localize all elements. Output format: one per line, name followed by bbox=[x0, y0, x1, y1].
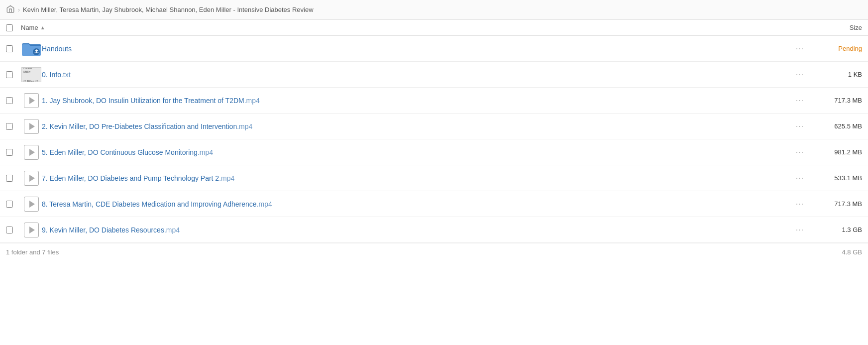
play-icon bbox=[24, 197, 39, 212]
row-checkbox-input[interactable] bbox=[6, 123, 13, 130]
play-icon bbox=[24, 171, 39, 186]
list-item: 9. Kevin Miller, DO Diabetes Resources.m… bbox=[0, 217, 868, 243]
more-options-icon[interactable]: ··· bbox=[796, 148, 804, 157]
file-size: 1 KB bbox=[812, 71, 862, 78]
size-column-header: Size bbox=[812, 24, 862, 31]
file-name-area: 0. Info.txt bbox=[42, 71, 787, 79]
file-name-area: 2. Kevin Miller, DO Pre-Diabetes Classif… bbox=[42, 122, 787, 130]
play-icon bbox=[24, 223, 39, 237]
play-icon bbox=[24, 93, 39, 108]
column-header-row: Name ▲ Size bbox=[0, 20, 868, 36]
play-icon bbox=[24, 145, 39, 160]
file-name-text[interactable]: 2. Kevin Miller, DO Pre-Diabetes Classif… bbox=[42, 122, 787, 130]
file-icon-area bbox=[21, 145, 42, 160]
breadcrumb-bar: › Kevin Miller, Teresa Martin, Jay Shubr… bbox=[0, 0, 868, 20]
file-name-area: 8. Teresa Martin, CDE Diabetes Medicatio… bbox=[42, 200, 787, 208]
file-name-text[interactable]: 7. Eden Miller, DO Diabetes and Pump Tec… bbox=[42, 174, 787, 182]
row-checkbox[interactable] bbox=[6, 201, 21, 208]
file-name-area: 9. Kevin Miller, DO Diabetes Resources.m… bbox=[42, 226, 787, 234]
file-size: 981.2 MB bbox=[812, 148, 862, 156]
file-actions-button[interactable]: ··· bbox=[787, 174, 812, 183]
sort-arrow-icon: ▲ bbox=[40, 25, 45, 30]
more-options-icon[interactable]: ··· bbox=[796, 96, 804, 105]
folder-icon bbox=[22, 41, 41, 56]
row-checkbox[interactable] bbox=[6, 123, 21, 130]
file-icon-area bbox=[21, 171, 42, 186]
home-icon[interactable] bbox=[6, 4, 15, 15]
file-size: 625.5 MB bbox=[812, 122, 862, 130]
row-checkbox[interactable] bbox=[6, 97, 21, 104]
list-item: 1. Jay Shubrook, DO Insulin Utilization … bbox=[0, 88, 868, 114]
file-actions-button[interactable]: ··· bbox=[787, 70, 812, 79]
file-actions-button[interactable]: ··· bbox=[787, 44, 812, 53]
more-options-icon[interactable]: ··· bbox=[796, 122, 804, 131]
file-icon-area bbox=[21, 41, 42, 56]
list-item: 7. Eden Miller, DO Diabetes and Pump Tec… bbox=[0, 165, 868, 191]
file-icon-area bbox=[21, 119, 42, 134]
row-checkbox[interactable] bbox=[6, 227, 21, 233]
file-name-text[interactable]: 9. Kevin Miller, DO Diabetes Resources.m… bbox=[42, 226, 787, 234]
row-checkbox-input[interactable] bbox=[6, 201, 13, 208]
breadcrumb-chevron: › bbox=[18, 6, 20, 13]
file-list: Handouts···Pending ** ProducKevin Mille*… bbox=[0, 36, 868, 243]
row-checkbox[interactable] bbox=[6, 175, 21, 182]
list-item: ** ProducKevin Mille** Files **1: miller… bbox=[0, 62, 868, 88]
row-checkbox-input[interactable] bbox=[6, 45, 13, 52]
file-name-area: 1. Jay Shubrook, DO Insulin Utilization … bbox=[42, 97, 787, 105]
file-icon-area bbox=[21, 93, 42, 108]
row-checkbox[interactable] bbox=[6, 71, 21, 78]
row-checkbox[interactable] bbox=[6, 149, 21, 156]
row-checkbox-input[interactable] bbox=[6, 97, 13, 104]
play-icon bbox=[24, 119, 39, 134]
file-size: 533.1 MB bbox=[812, 174, 862, 182]
footer-summary: 1 folder and 7 files bbox=[6, 248, 59, 256]
more-options-icon[interactable]: ··· bbox=[796, 200, 804, 209]
file-name-text[interactable]: 5. Eden Miller, DO Continuous Glucose Mo… bbox=[42, 148, 787, 156]
file-actions-button[interactable]: ··· bbox=[787, 122, 812, 131]
file-name-text[interactable]: 8. Teresa Martin, CDE Diabetes Medicatio… bbox=[42, 200, 787, 208]
footer-bar: 1 folder and 7 files 4.8 GB bbox=[0, 243, 868, 261]
list-item: Handouts···Pending bbox=[0, 36, 868, 62]
row-checkbox-input[interactable] bbox=[6, 149, 13, 156]
file-actions-button[interactable]: ··· bbox=[787, 226, 812, 234]
select-all-input[interactable] bbox=[6, 24, 13, 31]
more-options-icon[interactable]: ··· bbox=[796, 174, 804, 183]
file-actions-button[interactable]: ··· bbox=[787, 200, 812, 209]
file-size: Pending bbox=[812, 45, 862, 52]
file-icon-area bbox=[21, 223, 42, 237]
file-name-text[interactable]: 0. Info.txt bbox=[42, 71, 787, 79]
file-size: 1.3 GB bbox=[812, 226, 862, 233]
footer-total-size: 4.8 GB bbox=[842, 248, 862, 256]
more-options-icon[interactable]: ··· bbox=[796, 44, 804, 53]
file-actions-button[interactable]: ··· bbox=[787, 148, 812, 157]
list-item: 2. Kevin Miller, DO Pre-Diabetes Classif… bbox=[0, 114, 868, 139]
file-name-area: 5. Eden Miller, DO Continuous Glucose Mo… bbox=[42, 148, 787, 156]
more-options-icon[interactable]: ··· bbox=[796, 70, 804, 79]
list-item: 8. Teresa Martin, CDE Diabetes Medicatio… bbox=[0, 191, 868, 217]
text-thumbnail: ** ProducKevin Mille** Files **1: miller… bbox=[21, 67, 41, 82]
row-checkbox-input[interactable] bbox=[6, 227, 13, 233]
name-column-header[interactable]: Name ▲ bbox=[21, 24, 812, 31]
row-checkbox[interactable] bbox=[6, 45, 21, 52]
breadcrumb-path: Kevin Miller, Teresa Martin, Jay Shubroo… bbox=[23, 6, 314, 13]
file-size: 717.3 MB bbox=[812, 200, 862, 208]
row-checkbox-input[interactable] bbox=[6, 71, 13, 78]
file-actions-button[interactable]: ··· bbox=[787, 96, 812, 105]
file-name-text[interactable]: Handouts bbox=[42, 45, 787, 53]
file-icon-area bbox=[21, 197, 42, 212]
select-all-checkbox[interactable] bbox=[6, 24, 21, 31]
file-icon-area: ** ProducKevin Mille** Files **1: miller… bbox=[21, 67, 42, 82]
row-checkbox-input[interactable] bbox=[6, 175, 13, 182]
list-item: 5. Eden Miller, DO Continuous Glucose Mo… bbox=[0, 139, 868, 165]
file-name-text[interactable]: 1. Jay Shubrook, DO Insulin Utilization … bbox=[42, 97, 787, 105]
file-name-area: Handouts bbox=[42, 45, 787, 53]
file-name-area: 7. Eden Miller, DO Diabetes and Pump Tec… bbox=[42, 174, 787, 182]
more-options-icon[interactable]: ··· bbox=[796, 226, 804, 234]
file-size: 717.3 MB bbox=[812, 97, 862, 104]
